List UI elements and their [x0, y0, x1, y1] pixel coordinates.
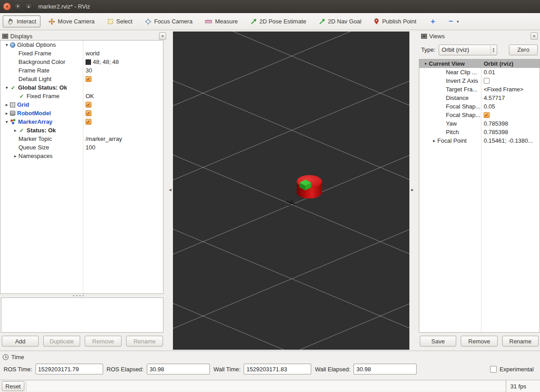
spinner-arrows-icon[interactable]: ▲▼: [490, 45, 496, 54]
select-tool[interactable]: Select: [103, 15, 137, 27]
row-queue-size[interactable]: Queue Size100: [0, 143, 163, 152]
save-view-button[interactable]: Save: [420, 336, 456, 347]
row-global-options[interactable]: ▾Global Options: [0, 41, 163, 49]
row-default-light[interactable]: Default Light✓: [0, 75, 163, 83]
row-marker-array[interactable]: ▾MarkerArray✓: [0, 117, 163, 126]
view-type-select[interactable]: Orbit (rviz) ▲▼: [439, 45, 497, 55]
property-value[interactable]: 4.57717: [484, 95, 505, 101]
row-global-status[interactable]: ▾✓Global Status: Ok: [0, 83, 163, 92]
enable-checkbox[interactable]: ✓: [86, 76, 91, 82]
move-camera-tool[interactable]: Move Camera: [44, 15, 99, 27]
row-robot-model[interactable]: ▸RobotModel✓: [0, 109, 163, 117]
enable-checkbox[interactable]: ✓: [86, 110, 91, 116]
experimental-option[interactable]: Experimental: [490, 366, 534, 373]
row-background-color[interactable]: Background Color48; 48; 48: [0, 58, 163, 66]
row-fixed-frame[interactable]: Fixed Frameworld: [0, 49, 163, 58]
property-name: Marker Topic: [18, 135, 52, 142]
collapse-left-arrow-icon[interactable]: ◂: [169, 187, 172, 193]
titlebar[interactable]: × ▾ ▴ marker2.rviz* - RViz: [0, 0, 540, 13]
measure-tool[interactable]: Measure: [200, 15, 242, 27]
wall-elapsed-input[interactable]: [354, 364, 417, 374]
tool-label: Focus Camera: [154, 18, 192, 25]
expander-closed-icon[interactable]: ▸: [4, 111, 10, 116]
enable-checkbox[interactable]: [484, 78, 490, 84]
property-value[interactable]: 48; 48; 48: [93, 59, 119, 65]
duplicate-button[interactable]: Duplicate: [43, 336, 80, 347]
row-target-frame[interactable]: Target Fra...<Fixed Frame>: [419, 85, 540, 94]
property-value[interactable]: <Fixed Frame>: [484, 86, 523, 93]
ros-elapsed-input[interactable]: [147, 364, 210, 374]
collapse-right-arrow-icon[interactable]: ▸: [411, 187, 414, 193]
row-invert-z-axis[interactable]: Invert Z Axis: [419, 77, 540, 85]
row-distance[interactable]: Distance4.57717: [419, 94, 540, 102]
dropdown-caret-icon[interactable]: ▾: [457, 19, 459, 24]
enable-checkbox[interactable]: ✓: [86, 119, 91, 125]
reset-button[interactable]: Reset: [2, 381, 24, 391]
expander-open-icon[interactable]: ▾: [4, 119, 10, 124]
row-marker-topic[interactable]: Marker Topic/marker_array: [0, 135, 163, 143]
row-focal-shape-size[interactable]: Focal Shap...0.05: [419, 102, 540, 111]
expander-open-icon[interactable]: ▾: [422, 61, 429, 66]
row-status-fixed-frame[interactable]: ✓Fixed FrameOK: [0, 92, 163, 100]
row-status-ok[interactable]: ▸✓Status: Ok: [0, 126, 163, 135]
add-tool-button[interactable]: +: [427, 17, 439, 26]
row-pitch[interactable]: Pitch0.785398: [419, 128, 540, 136]
add-button[interactable]: Add: [2, 336, 39, 347]
interact-tool[interactable]: Interact: [3, 15, 41, 27]
row-namespaces[interactable]: ▸Namespaces: [0, 152, 163, 160]
row-focal-shape-fixed[interactable]: Focal Shap...✓: [419, 111, 540, 119]
window-minimize-button[interactable]: ▾: [14, 3, 22, 10]
views-panel-header[interactable]: Views ×: [419, 31, 540, 41]
wall-time-input[interactable]: [244, 364, 311, 374]
row-current-view[interactable]: ▾Current ViewOrbit (rviz): [419, 59, 540, 68]
splitter-handle[interactable]: [72, 295, 85, 297]
publish-point-tool[interactable]: Publish Point: [369, 15, 421, 27]
row-grid[interactable]: ▸Grid✓: [0, 100, 163, 109]
displays-panel-header[interactable]: Displays ×: [0, 31, 168, 41]
enable-checkbox[interactable]: ✓: [484, 112, 490, 118]
property-value[interactable]: 0.785398: [484, 129, 508, 135]
property-value[interactable]: 0.01: [484, 69, 495, 76]
3d-viewport[interactable]: [173, 32, 409, 350]
remove-view-button[interactable]: Remove: [461, 336, 497, 347]
pose-estimate-tool[interactable]: 2D Pose Estimate: [246, 15, 311, 27]
enable-checkbox[interactable]: ✓: [86, 102, 91, 108]
property-value[interactable]: /marker_array: [86, 135, 122, 142]
property-name: Global Options: [17, 41, 56, 48]
focus-camera-tool[interactable]: Focus Camera: [141, 15, 197, 27]
expander-closed-icon[interactable]: ▸: [12, 128, 18, 133]
ros-time-input[interactable]: [36, 364, 103, 374]
property-value[interactable]: 0.05: [484, 103, 495, 110]
property-value-cell: ✓: [83, 100, 91, 109]
color-swatch[interactable]: [86, 59, 91, 65]
time-panel-header[interactable]: Time: [0, 351, 540, 362]
expander-closed-icon[interactable]: ▸: [4, 102, 10, 107]
expander-closed-icon[interactable]: ▸: [431, 138, 437, 143]
remove-tool-button[interactable]: −▾: [445, 17, 462, 26]
expander-closed-icon[interactable]: ▸: [12, 153, 18, 158]
zero-button[interactable]: Zero: [509, 45, 538, 55]
nav-goal-tool[interactable]: 2D Nav Goal: [314, 15, 366, 27]
rename-view-button[interactable]: Rename: [502, 336, 539, 347]
row-near-clip[interactable]: Near Clip ...0.01: [419, 68, 540, 77]
property-value[interactable]: world: [86, 50, 100, 57]
grid-line: [173, 32, 409, 105]
views-close-icon[interactable]: ×: [531, 32, 538, 40]
property-value[interactable]: OK: [86, 93, 94, 99]
experimental-checkbox[interactable]: [490, 366, 497, 373]
expander-open-icon[interactable]: ▾: [4, 42, 10, 47]
property-value[interactable]: 30: [86, 67, 92, 74]
property-value[interactable]: Orbit (rviz): [484, 60, 513, 67]
property-value[interactable]: 100: [86, 144, 95, 151]
expander-open-icon[interactable]: ▾: [4, 85, 10, 90]
property-value[interactable]: 0.785398: [484, 120, 508, 127]
window-maximize-button[interactable]: ▴: [25, 3, 32, 10]
row-focal-point[interactable]: ▸Focal Point0.15461; -0.1380...: [419, 136, 540, 145]
property-value[interactable]: 0.15461; -0.1380...: [484, 137, 533, 144]
rename-button[interactable]: Rename: [126, 336, 163, 347]
remove-button[interactable]: Remove: [85, 336, 122, 347]
row-frame-rate[interactable]: Frame Rate30: [0, 66, 163, 75]
displays-close-icon[interactable]: ×: [159, 32, 166, 40]
row-yaw[interactable]: Yaw0.785398: [419, 119, 540, 128]
window-close-button[interactable]: ×: [3, 3, 11, 10]
